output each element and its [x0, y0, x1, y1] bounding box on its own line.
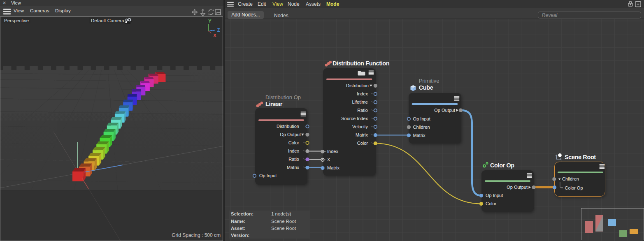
- svg-text:Z: Z: [217, 28, 220, 32]
- svg-text:X: X: [213, 33, 216, 38]
- svg-text:Y: Y: [208, 19, 212, 23]
